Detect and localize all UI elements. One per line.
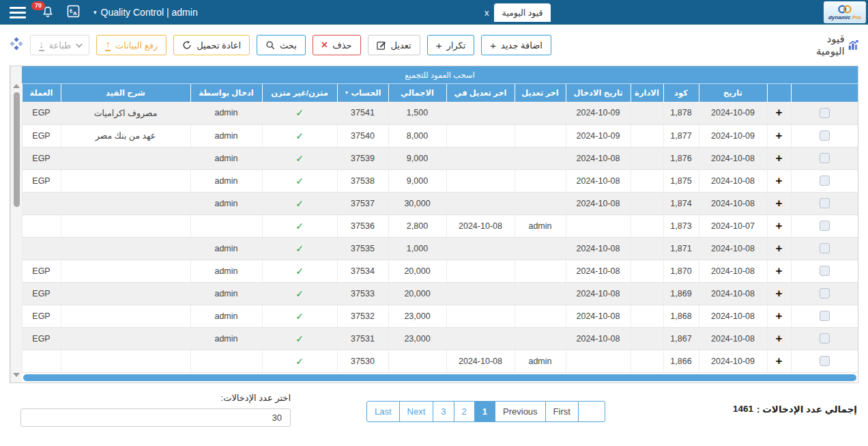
table-row[interactable]: 2024-10-091,866admin2024-10-0837530: [22, 350, 858, 372]
footer: Last Next 3 2 1 Previous First إجمالي عد…: [0, 383, 868, 445]
cell-modified_at: [446, 260, 515, 282]
row-expand-icon[interactable]: [776, 309, 783, 322]
page-3-button[interactable]: 3: [433, 401, 454, 422]
row-checkbox[interactable]: [820, 311, 830, 321]
search-button[interactable]: بحث: [257, 35, 306, 55]
row-expand-icon[interactable]: [776, 152, 783, 165]
cell-total: 30,000: [388, 192, 446, 214]
table-row[interactable]: 2024-10-081,8702024-10-0820,00037534admi…: [22, 260, 858, 282]
cell-date: 2024-10-09: [699, 350, 767, 372]
row-expand-icon[interactable]: [776, 106, 783, 119]
row-expand-icon[interactable]: [776, 242, 783, 255]
download-icon: ↓: [39, 39, 44, 51]
cell-description: [61, 260, 190, 282]
table-row[interactable]: 2024-10-081,8712024-10-081,00037535admin: [22, 237, 858, 260]
row-checkbox[interactable]: [820, 288, 830, 298]
print-button[interactable]: ↓ طباعة: [30, 35, 89, 55]
cell-currency: [22, 237, 61, 260]
row-checkbox[interactable]: [820, 153, 830, 163]
row-checkbox[interactable]: [820, 243, 830, 253]
table-row[interactable]: 2024-10-081,8672024-10-0823,00037531admi…: [22, 327, 858, 350]
row-expand-icon[interactable]: [776, 219, 783, 232]
scroll-down-arrow[interactable]: [13, 373, 20, 377]
row-checkbox[interactable]: [820, 266, 830, 276]
scrollbar-thumb[interactable]: [14, 92, 20, 207]
row-checkbox[interactable]: [820, 130, 830, 141]
upload-data-button[interactable]: ↑ رفع البيانات: [96, 35, 167, 55]
cell-currency: [22, 214, 61, 237]
row-expand-icon[interactable]: [776, 354, 783, 367]
edit-button[interactable]: تعديل: [368, 35, 420, 55]
reload-button[interactable]: اعادة تحميل: [173, 35, 250, 55]
col-header-modified_by[interactable]: اخر تعديل: [515, 84, 566, 102]
group-by-drop-zone[interactable]: اسحب العمود للتجميع: [22, 66, 858, 84]
cell-modified_at: 2024-10-08: [446, 350, 515, 372]
cell-select: [791, 214, 858, 237]
row-expand-icon[interactable]: [776, 197, 783, 210]
col-header-description[interactable]: شرح القيد: [61, 84, 190, 102]
tab-close-icon[interactable]: x: [484, 8, 489, 18]
page-1-button-active[interactable]: 1: [474, 401, 495, 422]
page-last-button[interactable]: Last: [366, 401, 400, 422]
table-row[interactable]: 2024-10-071,873admin2024-10-082,80037536: [22, 214, 858, 237]
table-row[interactable]: 2024-10-081,8692024-10-0820,00037533admi…: [22, 282, 858, 305]
page-2-button[interactable]: 2: [454, 401, 475, 422]
cell-expand: [767, 214, 791, 237]
table-row[interactable]: 2024-10-081,8762024-10-089,00037539admin…: [22, 147, 858, 169]
add-new-button[interactable]: + اضافة جديد: [481, 35, 551, 55]
vertical-scrollbar[interactable]: [10, 66, 22, 382]
row-checkbox[interactable]: [820, 356, 830, 366]
tab-daily-entries[interactable]: قيود اليومية: [494, 3, 551, 22]
row-checkbox[interactable]: [820, 221, 830, 231]
col-header-total[interactable]: الاجمالي: [388, 84, 446, 102]
table-row[interactable]: 2024-10-081,8742024-10-0830,00037537admi…: [22, 192, 858, 214]
col-header-currency[interactable]: العملة: [22, 84, 61, 102]
cell-code: 1,875: [663, 169, 699, 192]
delete-button[interactable]: × حذف: [313, 35, 361, 55]
duplicate-button[interactable]: + تكرار: [427, 35, 475, 55]
col-header-modified_at[interactable]: اخر تعديل في: [446, 84, 515, 102]
app-logo[interactable]: dynamic Pro: [824, 1, 866, 23]
row-expand-icon[interactable]: [776, 129, 783, 142]
row-expand-icon[interactable]: [776, 332, 783, 345]
table-row[interactable]: 2024-10-091,8782024-10-091,50037541admin…: [22, 102, 858, 124]
col-header-code[interactable]: كود: [663, 84, 699, 102]
cell-total: 9,000: [388, 169, 446, 192]
row-checkbox[interactable]: [820, 333, 830, 344]
col-header-date[interactable]: تاريخ: [699, 84, 767, 102]
row-expand-icon[interactable]: [776, 287, 783, 300]
row-checkbox[interactable]: [820, 108, 830, 118]
table-row[interactable]: 2024-10-081,8752024-10-089,00037538admin…: [22, 169, 858, 192]
cell-dept: [631, 237, 663, 260]
horizontal-scrollbar[interactable]: [23, 374, 856, 382]
hamburger-menu-icon[interactable]: [10, 4, 26, 21]
cell-account: 37538: [337, 169, 388, 192]
col-header-entry_date[interactable]: تاريخ الادخال: [566, 84, 631, 102]
row-expand-icon[interactable]: [776, 174, 783, 187]
table-row[interactable]: 2024-10-091,8772024-10-098,00037540admin…: [22, 124, 858, 147]
balanced-check-icon: [295, 153, 304, 164]
language-switch-icon[interactable]: ع A: [67, 5, 80, 20]
page-first-button[interactable]: First: [545, 401, 579, 422]
scroll-up-arrow[interactable]: [13, 84, 20, 88]
col-header-expand[interactable]: [767, 84, 791, 102]
notifications-bell[interactable]: 70: [41, 5, 55, 19]
user-account-menu[interactable]: ▾ Quality Control | admin: [93, 7, 198, 18]
drag-move-icon[interactable]: [10, 37, 23, 53]
row-expand-icon[interactable]: [776, 264, 783, 277]
row-checkbox[interactable]: [820, 176, 830, 186]
table-row[interactable]: 2024-10-081,8682024-10-0823,00037532admi…: [22, 305, 858, 327]
col-header-dept[interactable]: الادارة: [631, 84, 663, 102]
page-next-button[interactable]: Next: [399, 401, 434, 422]
col-header-select[interactable]: [791, 84, 858, 102]
page-size-input[interactable]: [20, 408, 291, 427]
row-checkbox[interactable]: [820, 198, 830, 208]
col-header-account[interactable]: الحساب▼: [337, 84, 388, 102]
cell-modified_at: [446, 124, 515, 147]
cell-code: 1,877: [663, 124, 699, 147]
cell-code: 1,868: [663, 305, 699, 327]
col-header-balanced[interactable]: متزن/غير متزن: [262, 84, 337, 102]
page-previous-button[interactable]: Previous: [495, 401, 546, 422]
col-header-entered_by[interactable]: ادخال بواسطة: [190, 84, 262, 102]
cell-date: 2024-10-07: [699, 214, 767, 237]
